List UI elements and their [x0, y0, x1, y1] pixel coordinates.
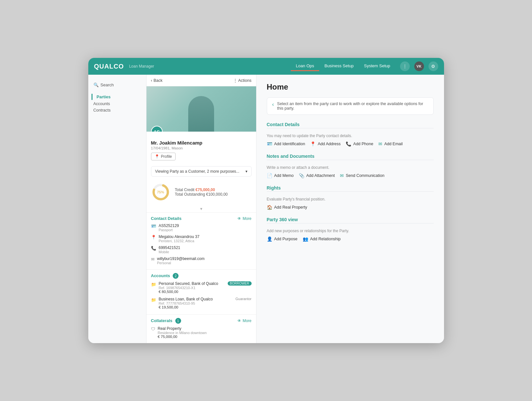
add-address-button[interactable]: 📍 Add Address — [310, 141, 341, 146]
profile-button[interactable]: 📍 Profile — [151, 153, 176, 160]
search-button[interactable]: 🔍 Search — [88, 81, 146, 92]
borrower-tag: BORROWER — [228, 281, 252, 286]
contact-details-section: Contact Details 👁 More 🪪 AS5252129 Passp… — [147, 212, 256, 269]
settings-button[interactable]: ⚙ — [429, 61, 438, 71]
add-purpose-button[interactable]: 👤 Add Purpose — [267, 236, 298, 242]
contact-phone-sub: Mobile — [159, 250, 180, 254]
add-relationship-button[interactable]: 👥 Add Relationship — [303, 236, 341, 242]
contact-email-main: willybur1919@beemail.com — [157, 256, 205, 261]
home-party360-title: Party 360 view — [267, 217, 434, 222]
send-communication-button[interactable]: ✉ Send Communication — [340, 173, 385, 178]
collaterals-badge: 1 — [175, 318, 181, 324]
id-action-icon: 🪪 — [267, 141, 272, 146]
home-contact-section: Contact Details You may need to update t… — [267, 122, 434, 146]
info-box: ‹ Select an item from the party card to … — [267, 97, 434, 115]
search-label: Search — [101, 82, 114, 87]
contact-details-title: Contact Details — [151, 216, 182, 221]
sidebar-item-contracts[interactable]: Contracts — [88, 107, 146, 114]
email-action-icon: ✉ — [378, 141, 382, 146]
home-rights-section: Rights Evaluate Party's financial positi… — [267, 185, 434, 210]
contact-address-main: Megalou Alexandrou 37 — [159, 234, 200, 239]
sidebar-accounts-label: Accounts — [93, 102, 110, 106]
credit-section: 75% Total Credit €75,000,00 Total Outsta… — [147, 179, 256, 205]
home-notes-section: Notes and Documents Write a memo or atta… — [267, 154, 434, 178]
phone-action-icon: 📞 — [346, 141, 351, 146]
account-icon-2: 📁 — [151, 298, 156, 302]
info-arrow-icon: ‹ — [272, 102, 274, 107]
add-attachment-button[interactable]: 📎 Add Attachment — [299, 173, 335, 178]
total-credit-value: €75,000,00 — [196, 188, 215, 192]
nav-system-setup[interactable]: System Setup — [359, 61, 396, 71]
credit-pct: 75% — [157, 190, 164, 194]
viewing-bar[interactable]: Viewing Party as a Customer, 2 more purp… — [151, 166, 252, 177]
collaterals-title: Collaterals — [151, 318, 172, 323]
account-item-2[interactable]: 📁 Business Loan, Bank of Qualco Ref. 777… — [151, 297, 252, 309]
home-rights-desc: Evaluate Party's financial position. — [267, 197, 434, 201]
more-options-button[interactable]: ⋮ — [400, 61, 410, 71]
collaterals-more[interactable]: 👁 More — [237, 319, 251, 323]
notes-actions: 📄 Add Memo 📎 Add Attachment ✉ Send Commu… — [267, 173, 434, 178]
credit-info: Total Credit €75,000,00 Total Outstandin… — [175, 188, 228, 197]
contact-id-main: AS5252129 — [159, 223, 179, 228]
user-avatar[interactable]: VK — [414, 61, 424, 71]
property-icon: 🏠 — [267, 205, 272, 210]
home-party360-section: Party 360 view Add new purposes or relat… — [267, 217, 434, 242]
add-address-label: Add Address — [318, 142, 341, 146]
back-arrow-icon: ‹ — [151, 78, 152, 83]
memo-icon: 📄 — [267, 173, 272, 178]
sidebar-contracts-label: Contracts — [93, 108, 111, 113]
party-dob: 17/04/1981, Mason — [151, 146, 252, 150]
collaterals-section: Collaterals 1 👁 More 🛡 Real Property Res… — [147, 314, 256, 343]
home-notes-title: Notes and Documents — [267, 154, 434, 159]
contact-details-more[interactable]: 👁 More — [237, 216, 251, 221]
eye-icon: 👁 — [237, 216, 241, 221]
contact-email-sub: Personal — [157, 261, 205, 265]
add-email-button[interactable]: ✉ Add Email — [378, 141, 403, 146]
account-name-2: Business Loan, Bank of Qualco — [159, 297, 233, 301]
add-attachment-label: Add Attachment — [306, 173, 335, 178]
rights-actions: 🏠 Add Real Property — [267, 205, 434, 210]
home-rights-title: Rights — [267, 185, 434, 190]
home-notes-desc: Write a memo or attach a document. — [267, 165, 434, 170]
total-credit-label: Total Credit — [175, 188, 195, 192]
add-identification-button[interactable]: 🪪 Add Identification — [267, 141, 305, 146]
actions-button[interactable]: ⋮ Actions — [233, 78, 252, 83]
profile-label: Profile — [161, 154, 172, 159]
account-ref-2: Ref. 777787654310-95 — [159, 301, 233, 305]
back-button[interactable]: ‹ Back — [151, 78, 163, 83]
collateral-item-1[interactable]: 🛡 Real Property Residence in Milano down… — [151, 326, 252, 339]
address-action-icon: 📍 — [310, 141, 316, 146]
collapse-button[interactable]: ▾ — [147, 205, 256, 212]
nav-business-setup[interactable]: Business Setup — [319, 61, 359, 71]
divider-4 — [267, 223, 434, 223]
contact-id-sub: Passport — [159, 228, 179, 232]
contact-actions: 🪪 Add Identification 📍 Add Address 📞 Add… — [267, 141, 434, 146]
actions-icon: ⋮ — [233, 78, 237, 83]
attachment-icon: 📎 — [299, 173, 304, 178]
sidebar-item-accounts[interactable]: Accounts — [88, 101, 146, 107]
divider-2 — [267, 160, 434, 160]
sidebar: 🔍 Search Parties Accounts Contracts — [88, 75, 147, 343]
address-icon: 📍 — [151, 235, 156, 240]
shield-icon: 🛡 — [151, 327, 155, 331]
contact-address: 📍 Megalou Alexandrou 37 Peristeri, 13232… — [151, 234, 252, 243]
add-real-property-button[interactable]: 🏠 Add Real Property — [267, 205, 307, 210]
location-icon: 📍 — [155, 154, 159, 159]
viewing-label: Viewing Party as a Customer, 2 more purp… — [155, 169, 240, 174]
home-party360-desc: Add new purposes or relationships for th… — [267, 229, 434, 233]
add-memo-button[interactable]: 📄 Add Memo — [267, 173, 294, 178]
account-ref-1: Ref. 169876543210-X1 — [159, 286, 225, 290]
credit-donut: 75% — [151, 182, 170, 202]
account-item-1[interactable]: 📁 Personal Secured, Bank of Qualco Ref. … — [151, 281, 252, 294]
app-name: Loan Manager — [129, 64, 154, 69]
divider-3 — [267, 191, 434, 192]
collateral-sub-1: Residence in Milano downtown — [158, 331, 207, 335]
nav-loan-ops[interactable]: Loan Ops — [291, 61, 319, 71]
viewing-dropdown-icon: ▾ — [245, 169, 247, 174]
add-phone-button[interactable]: 📞 Add Phone — [346, 141, 373, 146]
account-icon-1: 📁 — [151, 282, 156, 287]
phone-icon: 📞 — [151, 246, 156, 251]
account-amount-1: € 80,500,00 — [159, 290, 225, 294]
send-icon: ✉ — [340, 173, 344, 178]
account-amount-2: € 19,500,00 — [159, 305, 233, 309]
